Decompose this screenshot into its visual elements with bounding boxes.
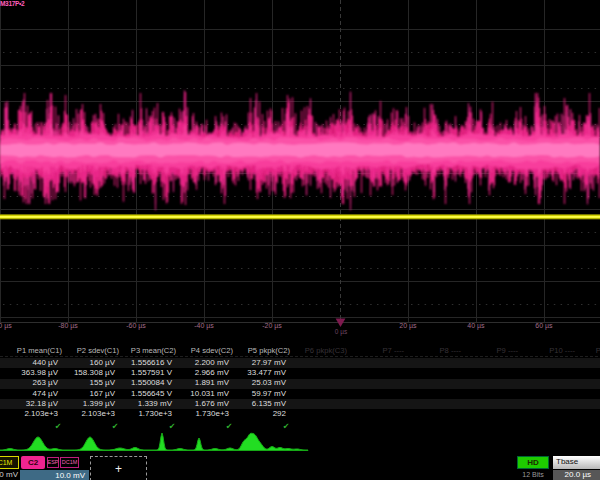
svg-text:0 µs: 0 µs bbox=[335, 328, 348, 336]
